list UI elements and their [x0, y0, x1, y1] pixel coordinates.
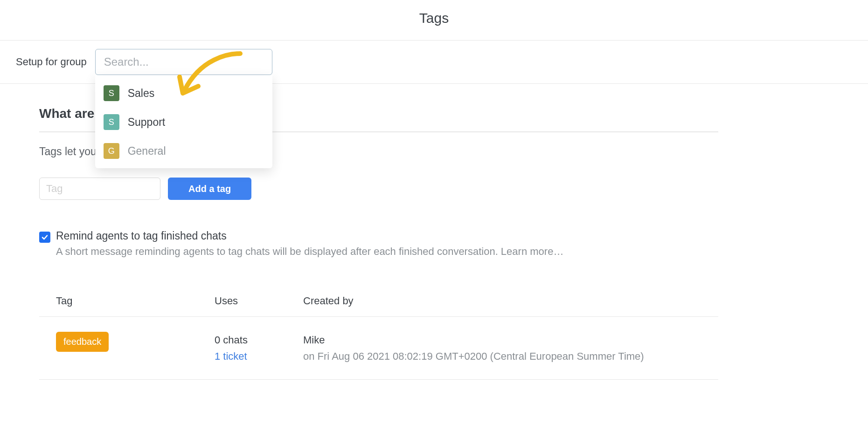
- tags-table: Tag Uses Created by feedback 0 chats 1 t…: [39, 286, 718, 380]
- table-row: feedback 0 chats 1 ticket Mike on Fri Au…: [39, 317, 718, 380]
- group-option-label: General: [128, 145, 166, 157]
- uses-chats: 0 chats: [215, 332, 303, 348]
- col-header-created: Created by: [303, 295, 718, 307]
- cell-uses: 0 chats 1 ticket: [215, 332, 303, 364]
- intro-prefix: Tags let you: [39, 145, 99, 157]
- tag-input-row: Add a tag: [39, 178, 718, 200]
- col-header-tag: Tag: [56, 295, 215, 307]
- cell-tag: feedback: [56, 332, 215, 352]
- group-option-sales[interactable]: S Sales: [95, 79, 272, 108]
- group-option-label: Sales: [128, 87, 155, 100]
- created-author: Mike: [303, 332, 718, 348]
- setup-label: Setup for group: [16, 56, 87, 68]
- group-search-wrapper: S Sales S Support G General: [95, 49, 272, 75]
- remind-description: A short message reminding agents to tag …: [56, 246, 718, 258]
- group-dropdown: S Sales S Support G General: [95, 75, 272, 168]
- remind-row: Remind agents to tag finished chats: [39, 230, 718, 243]
- table-header: Tag Uses Created by: [39, 286, 718, 317]
- created-date: on Fri Aug 06 2021 08:02:19 GMT+0200 (Ce…: [303, 348, 718, 364]
- group-badge-icon: G: [104, 143, 119, 159]
- group-badge-icon: S: [104, 114, 119, 130]
- tag-chip[interactable]: feedback: [56, 332, 109, 352]
- group-option-label: Support: [128, 116, 166, 129]
- col-header-uses: Uses: [215, 295, 303, 307]
- group-option-general[interactable]: G General: [95, 137, 272, 165]
- uses-tickets-link[interactable]: 1 ticket: [215, 348, 303, 364]
- add-tag-button[interactable]: Add a tag: [168, 178, 251, 200]
- remind-label: Remind agents to tag finished chats: [56, 230, 227, 242]
- group-option-support[interactable]: S Support: [95, 108, 272, 137]
- group-badge-icon: S: [104, 85, 119, 101]
- tag-name-input[interactable]: [39, 178, 160, 200]
- group-search-input[interactable]: [95, 49, 272, 75]
- remind-checkbox[interactable]: [39, 232, 50, 243]
- cell-created: Mike on Fri Aug 06 2021 08:02:19 GMT+020…: [303, 332, 718, 364]
- page-header: Tags: [0, 0, 868, 41]
- setup-bar: Setup for group S Sales S Support G Gene…: [0, 41, 868, 84]
- page-title: Tags: [0, 10, 868, 26]
- check-icon: [41, 233, 49, 241]
